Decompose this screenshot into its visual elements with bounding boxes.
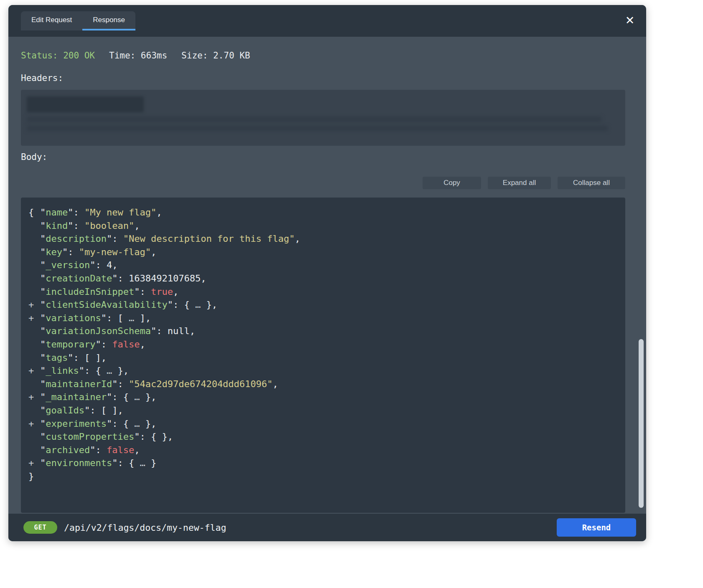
- tab-response[interactable]: Response: [82, 11, 135, 30]
- request-url: /api/v2/flags/docs/my-new-flag: [64, 522, 226, 533]
- body-label: Body:: [21, 152, 625, 162]
- code-line: "goalIds": [ ],: [28, 404, 618, 417]
- code-line: "creationDate": 1638492107685,: [28, 272, 618, 285]
- expand-toggle-icon[interactable]: +: [28, 417, 34, 431]
- expand-toggle-icon[interactable]: +: [28, 390, 34, 404]
- expand-toggle-icon[interactable]: +: [28, 298, 34, 312]
- tab-bar: Edit Request Response: [21, 11, 135, 30]
- request-bar: GET /api/v2/flags/docs/my-new-flag Resen…: [8, 514, 646, 541]
- expand-toggle-icon[interactable]: +: [28, 364, 34, 378]
- size-text: Size: 2.70 KB: [181, 51, 250, 61]
- code-line: +"variations": [ … ],: [28, 312, 618, 325]
- copy-button[interactable]: Copy: [423, 177, 481, 189]
- status-text: Status: 200 OK: [21, 51, 95, 61]
- headers-redacted-line: [27, 126, 608, 131]
- code-line: +"environments": { … }: [28, 456, 618, 470]
- code-line: "description": "New description for this…: [28, 232, 618, 246]
- close-button[interactable]: ✕: [623, 13, 637, 28]
- page-background: Edit Request Response ✕ Status: 200 OK T…: [0, 0, 703, 588]
- headers-redacted-block: [27, 96, 144, 112]
- code-line: +"_maintainer": { … },: [28, 390, 618, 404]
- code-line: +"clientSideAvailability": { … },: [28, 298, 618, 312]
- headers-redacted-line: [27, 117, 601, 122]
- expand-toggle-icon[interactable]: +: [28, 312, 34, 325]
- code-line: +"experiments": { … },: [28, 417, 618, 431]
- resend-button[interactable]: Resend: [557, 518, 636, 537]
- code-line: "kind": "boolean",: [28, 219, 618, 233]
- close-icon: ✕: [625, 14, 635, 27]
- code-line: "archived": false,: [28, 444, 618, 457]
- time-text: Time: 663ms: [109, 51, 167, 61]
- code-line: "customProperties": { },: [28, 430, 618, 444]
- api-response-modal: Edit Request Response ✕ Status: 200 OK T…: [8, 5, 646, 541]
- method-badge: GET: [23, 521, 57, 534]
- tab-edit-request[interactable]: Edit Request: [21, 11, 82, 30]
- response-panel: Status: 200 OK Time: 663ms Size: 2.70 KB…: [8, 37, 646, 514]
- headers-panel: [21, 90, 625, 146]
- code-line: "maintainerId": "54ac2d97de674204ddd6109…: [28, 378, 618, 391]
- status-row: Status: 200 OK Time: 663ms Size: 2.70 KB: [21, 51, 625, 61]
- code-line: "tags": [ ],: [28, 351, 618, 365]
- collapse-all-button[interactable]: Collapse all: [558, 177, 625, 189]
- response-body-json: {"name": "My new flag","kind": "boolean"…: [21, 198, 625, 513]
- modal-header: Edit Request Response ✕: [8, 5, 646, 37]
- scrollbar-thumb[interactable]: [639, 339, 644, 508]
- expand-toggle-icon[interactable]: +: [28, 456, 34, 470]
- expand-all-button[interactable]: Expand all: [488, 177, 551, 189]
- code-line: "temporary": false,: [28, 338, 618, 351]
- headers-label: Headers:: [21, 73, 625, 83]
- code-line: "includeInSnippet": true,: [28, 285, 618, 299]
- code-line: "key": "my-new-flag",: [28, 246, 618, 259]
- code-line: "_version": 4,: [28, 259, 618, 272]
- body-actions: Copy Expand all Collapse all: [21, 177, 625, 189]
- code-line: "variationJsonSchema": null,: [28, 324, 618, 338]
- code-line: "name": "My new flag",: [28, 206, 618, 219]
- code-line: +"_links": { … },: [28, 364, 618, 378]
